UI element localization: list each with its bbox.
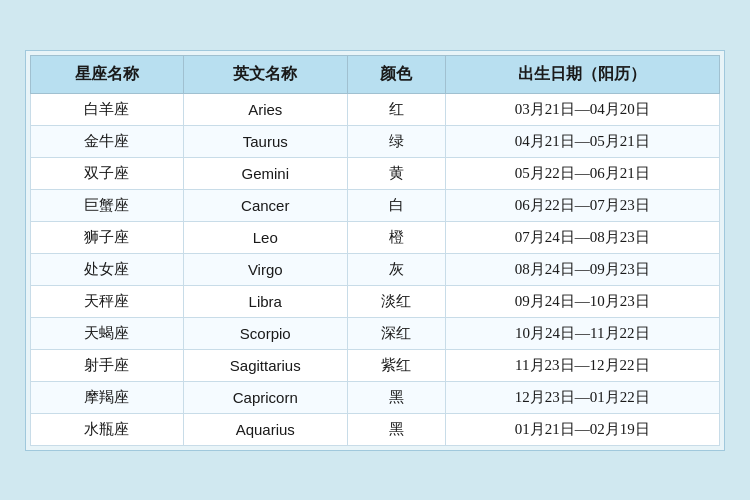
header-color: 颜色 (347, 55, 445, 93)
cell-date: 04月21日—05月21日 (445, 125, 719, 157)
cell-color: 紫红 (347, 349, 445, 381)
table-row: 金牛座Taurus绿04月21日—05月21日 (31, 125, 720, 157)
table-row: 天秤座Libra淡红09月24日—10月23日 (31, 285, 720, 317)
cell-color: 淡红 (347, 285, 445, 317)
cell-english-name: Aries (183, 93, 347, 125)
cell-date: 01月21日—02月19日 (445, 413, 719, 445)
cell-chinese-name: 处女座 (31, 253, 184, 285)
cell-english-name: Taurus (183, 125, 347, 157)
cell-color: 橙 (347, 221, 445, 253)
cell-color: 黑 (347, 413, 445, 445)
table-row: 双子座Gemini黄05月22日—06月21日 (31, 157, 720, 189)
cell-english-name: Leo (183, 221, 347, 253)
table-header-row: 星座名称 英文名称 颜色 出生日期（阳历） (31, 55, 720, 93)
cell-chinese-name: 天蝎座 (31, 317, 184, 349)
cell-color: 白 (347, 189, 445, 221)
cell-color: 深红 (347, 317, 445, 349)
table-body: 白羊座Aries红03月21日—04月20日金牛座Taurus绿04月21日—0… (31, 93, 720, 445)
table-row: 摩羯座Capricorn黑12月23日—01月22日 (31, 381, 720, 413)
table-row: 狮子座Leo橙07月24日—08月23日 (31, 221, 720, 253)
cell-color: 灰 (347, 253, 445, 285)
cell-chinese-name: 白羊座 (31, 93, 184, 125)
cell-color: 绿 (347, 125, 445, 157)
cell-english-name: Cancer (183, 189, 347, 221)
cell-english-name: Sagittarius (183, 349, 347, 381)
cell-color: 黄 (347, 157, 445, 189)
cell-date: 03月21日—04月20日 (445, 93, 719, 125)
cell-chinese-name: 双子座 (31, 157, 184, 189)
cell-date: 12月23日—01月22日 (445, 381, 719, 413)
cell-date: 07月24日—08月23日 (445, 221, 719, 253)
header-date: 出生日期（阳历） (445, 55, 719, 93)
table-row: 射手座Sagittarius紫红11月23日—12月22日 (31, 349, 720, 381)
cell-date: 11月23日—12月22日 (445, 349, 719, 381)
header-chinese-name: 星座名称 (31, 55, 184, 93)
cell-date: 05月22日—06月21日 (445, 157, 719, 189)
cell-chinese-name: 金牛座 (31, 125, 184, 157)
cell-chinese-name: 射手座 (31, 349, 184, 381)
cell-english-name: Scorpio (183, 317, 347, 349)
cell-english-name: Virgo (183, 253, 347, 285)
cell-chinese-name: 摩羯座 (31, 381, 184, 413)
cell-color: 黑 (347, 381, 445, 413)
cell-chinese-name: 水瓶座 (31, 413, 184, 445)
table-row: 巨蟹座Cancer白06月22日—07月23日 (31, 189, 720, 221)
table-row: 白羊座Aries红03月21日—04月20日 (31, 93, 720, 125)
cell-english-name: Libra (183, 285, 347, 317)
cell-english-name: Gemini (183, 157, 347, 189)
cell-date: 06月22日—07月23日 (445, 189, 719, 221)
table-row: 水瓶座Aquarius黑01月21日—02月19日 (31, 413, 720, 445)
cell-date: 08月24日—09月23日 (445, 253, 719, 285)
cell-english-name: Aquarius (183, 413, 347, 445)
cell-date: 10月24日—11月22日 (445, 317, 719, 349)
zodiac-table: 星座名称 英文名称 颜色 出生日期（阳历） 白羊座Aries红03月21日—04… (30, 55, 720, 446)
cell-color: 红 (347, 93, 445, 125)
header-english-name: 英文名称 (183, 55, 347, 93)
cell-chinese-name: 狮子座 (31, 221, 184, 253)
cell-date: 09月24日—10月23日 (445, 285, 719, 317)
cell-chinese-name: 巨蟹座 (31, 189, 184, 221)
cell-chinese-name: 天秤座 (31, 285, 184, 317)
table-row: 天蝎座Scorpio深红10月24日—11月22日 (31, 317, 720, 349)
table-row: 处女座Virgo灰08月24日—09月23日 (31, 253, 720, 285)
zodiac-table-container: 星座名称 英文名称 颜色 出生日期（阳历） 白羊座Aries红03月21日—04… (25, 50, 725, 451)
cell-english-name: Capricorn (183, 381, 347, 413)
